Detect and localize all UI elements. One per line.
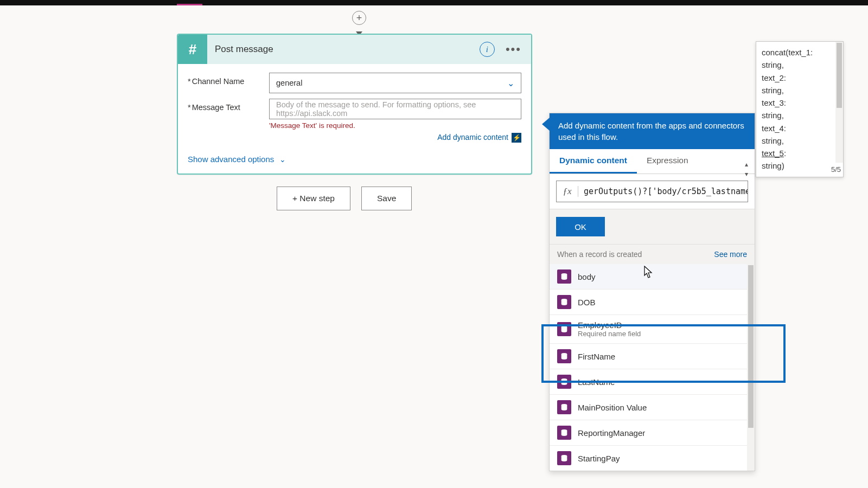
info-icon[interactable]: i: [480, 42, 495, 57]
chevron-down-icon: ⌄: [279, 155, 286, 164]
slack-icon: #: [178, 35, 207, 64]
see-more-link[interactable]: See more: [714, 250, 747, 259]
card-header[interactable]: # Post message i •••: [178, 35, 531, 64]
dynamic-item-reportingmanager[interactable]: ReportingManager: [550, 420, 755, 446]
channel-label: *Channel Name: [188, 73, 269, 86]
item-label: StartingPay: [578, 454, 620, 463]
scroll-spinner-icon[interactable]: [743, 163, 750, 179]
item-sublabel: Required name field: [578, 330, 641, 338]
tooltip-line: string,: [762, 84, 838, 97]
group-title: When a record is created: [557, 250, 642, 259]
expression-input-row: ƒx gerOutputs()?['body/cr5b5_lastname'],…: [556, 181, 748, 202]
message-label: *Message Text: [188, 99, 269, 112]
tooltip-counter: 5/5: [830, 164, 842, 175]
expression-intellisense-tooltip: concat(text_1: string, text_2: string, t…: [756, 41, 844, 177]
tab-expression[interactable]: Expression: [637, 149, 698, 174]
ok-button[interactable]: OK: [556, 217, 605, 236]
dataverse-icon: [557, 322, 571, 336]
dynamic-group-header: When a record is created See more: [550, 245, 755, 264]
fx-icon: ƒx: [557, 186, 578, 197]
dynamic-item-body[interactable]: body: [550, 264, 755, 290]
item-label: LastName: [578, 377, 615, 387]
item-label: MainPosition Value: [578, 403, 647, 412]
dynamic-item-lastname[interactable]: LastName: [550, 369, 755, 395]
dynamic-content-flyout: Add dynamic content from the apps and co…: [549, 113, 755, 471]
item-label: DOB: [578, 298, 596, 307]
add-dynamic-content-link[interactable]: Add dynamic content⚡: [269, 133, 521, 143]
tooltip-line: string,: [762, 134, 838, 147]
dataverse-icon: [557, 451, 571, 465]
tooltip-line: text_2:: [762, 72, 838, 84]
dataverse-icon: [557, 426, 571, 440]
dynamic-item-mainposition[interactable]: MainPosition Value: [550, 395, 755, 420]
dataverse-icon: [557, 375, 571, 389]
plus-icon[interactable]: +: [352, 11, 366, 25]
item-label: body: [578, 272, 596, 281]
show-advanced-options[interactable]: Show advanced options⌄: [188, 155, 521, 164]
flow-footer-buttons: + New step Save: [277, 187, 412, 210]
action-card-post-message: # Post message i ••• *Channel Name gener…: [177, 34, 532, 175]
field-row-message: *Message Text Body of the message to sen…: [188, 99, 521, 143]
item-label: FirstName: [578, 352, 615, 361]
dataverse-icon: [557, 269, 571, 284]
browser-top-bar: [0, 0, 868, 5]
message-placeholder: Body of the message to send. For formatt…: [276, 100, 514, 118]
dynamic-item-startingpay[interactable]: StartingPay: [550, 446, 755, 471]
flyout-header: Add dynamic content from the apps and co…: [550, 113, 755, 149]
dataverse-icon: [557, 349, 571, 363]
tooltip-line: string,: [762, 109, 838, 121]
dataverse-icon: [557, 295, 571, 309]
channel-selected-value: general: [276, 79, 302, 87]
tooltip-scroll-thumb[interactable]: [837, 43, 842, 108]
card-menu-button[interactable]: •••: [503, 42, 524, 56]
message-text-input[interactable]: Body of the message to send. For formatt…: [269, 99, 521, 119]
tab-dynamic-content[interactable]: Dynamic content: [550, 149, 637, 174]
arrow-down-icon: [359, 25, 360, 33]
tooltip-line: concat(text_1:: [762, 46, 838, 59]
flyout-pointer-icon: [542, 118, 550, 131]
tooltip-line: string): [762, 159, 838, 172]
message-error-text: 'Message Text' is required.: [269, 121, 521, 130]
ok-row: OK: [550, 209, 755, 245]
chevron-down-icon: ⌄: [507, 78, 514, 88]
dynamic-item-dob[interactable]: DOB: [550, 290, 755, 315]
tooltip-line: text_4:: [762, 122, 838, 134]
card-title: Post message: [207, 44, 480, 55]
expression-input[interactable]: gerOutputs()?['body/cr5b5_lastname'], ): [578, 187, 748, 196]
channel-select[interactable]: general ⌄: [269, 73, 521, 93]
scrollbar-thumb[interactable]: [748, 265, 754, 428]
tooltip-line: text_5:: [762, 147, 838, 159]
field-row-channel: *Channel Name general ⌄: [188, 73, 521, 93]
dynamic-items-list: body DOB EmployeeIDRequired name field F…: [550, 264, 755, 471]
tooltip-line: string,: [762, 59, 838, 71]
new-step-button[interactable]: + New step: [277, 187, 350, 210]
tooltip-scrollbar[interactable]: [835, 42, 843, 163]
scrollbar-track[interactable]: [747, 264, 755, 471]
dynamic-content-badge-icon: ⚡: [512, 133, 521, 143]
insert-step-connector[interactable]: +: [352, 11, 366, 35]
tooltip-line: text_3:: [762, 97, 838, 109]
item-label: EmployeeID: [578, 320, 641, 330]
save-button[interactable]: Save: [361, 187, 412, 210]
dynamic-item-firstname[interactable]: FirstName: [550, 344, 755, 369]
dynamic-item-employeeid[interactable]: EmployeeIDRequired name field: [550, 315, 755, 344]
item-label: ReportingManager: [578, 428, 645, 438]
flyout-tabs: Dynamic content Expression: [550, 149, 755, 174]
dataverse-icon: [557, 400, 571, 414]
